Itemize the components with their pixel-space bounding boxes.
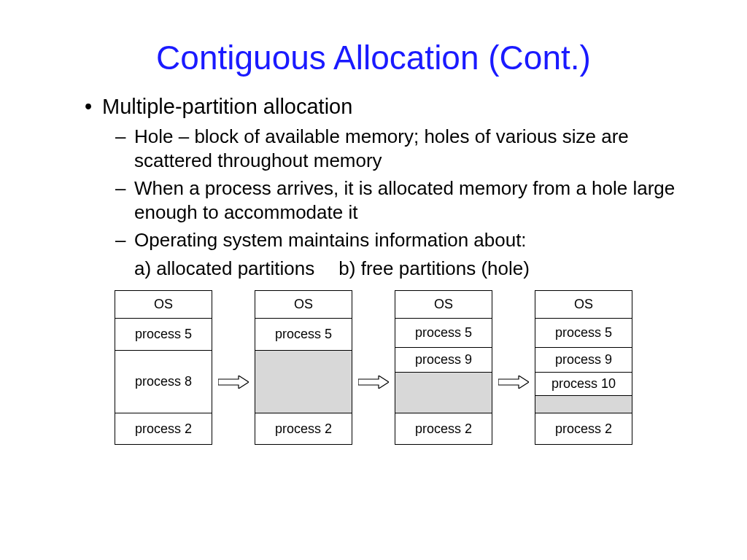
cell-process2: process 2	[255, 413, 352, 444]
cell-process8: process 8	[115, 351, 212, 413]
cell-process10: process 10	[535, 373, 632, 396]
cell-process2: process 2	[535, 413, 632, 444]
page-title: Contiguous Allocation (Cont.)	[0, 0, 747, 95]
bullet-main: Multiple-partition allocation	[79, 95, 703, 119]
memory-block-2: OS process 5 process 2	[255, 290, 352, 445]
arrow-icon	[218, 376, 249, 389]
svg-marker-2	[498, 376, 529, 389]
arrow-icon	[498, 376, 529, 389]
memory-block-4: OS process 5 process 9 process 10 proces…	[535, 290, 632, 445]
bullet-sub-3: Operating system maintains information a…	[79, 228, 703, 252]
bullet-sub-2: When a process arrives, it is allocated …	[79, 176, 703, 224]
memory-block-1: OS process 5 process 8 process 2	[115, 290, 212, 445]
cell-process2: process 2	[115, 413, 212, 444]
memory-diagram: OS process 5 process 8 process 2 OS proc…	[0, 290, 747, 445]
cell-hole	[395, 373, 492, 413]
svg-marker-0	[218, 376, 249, 389]
cell-os: OS	[115, 291, 212, 319]
cell-os: OS	[535, 291, 632, 319]
bullet-sub-3-line2: a) allocated partitions b) free partitio…	[79, 257, 703, 281]
content-area: Multiple-partition allocation Hole – blo…	[0, 95, 747, 280]
cell-os: OS	[255, 291, 352, 319]
cell-process5: process 5	[255, 319, 352, 351]
cell-process9: process 9	[535, 348, 632, 373]
cell-os: OS	[395, 291, 492, 319]
cell-hole	[535, 396, 632, 413]
svg-marker-1	[358, 376, 389, 389]
bullet-sub-1: Hole – block of available memory; holes …	[79, 125, 703, 172]
cell-process5: process 5	[535, 319, 632, 348]
cell-process5: process 5	[115, 319, 212, 351]
cell-process5: process 5	[395, 319, 492, 348]
cell-hole	[255, 351, 352, 413]
arrow-icon	[358, 376, 389, 389]
memory-block-3: OS process 5 process 9 process 2	[395, 290, 492, 445]
cell-process9: process 9	[395, 348, 492, 373]
cell-process2: process 2	[395, 413, 492, 444]
